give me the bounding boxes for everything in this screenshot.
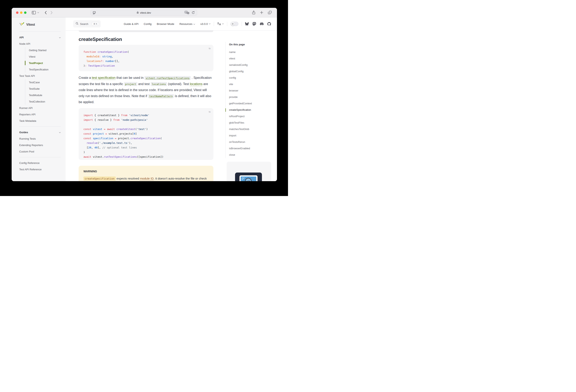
sidebar-item-getting-started[interactable]: Getting Started	[25, 47, 61, 53]
code-line: ): TestSpecification	[84, 63, 210, 68]
nav-links: Guide & APIConfigBrowser ModeResources	[124, 23, 195, 26]
inline-code: project	[124, 82, 137, 86]
sidebar-section-guides[interactable]: Guides	[19, 129, 61, 135]
example-code-block[interactable]: tsimport { createVitest } from 'vitest/n…	[79, 108, 213, 160]
bluesky-icon[interactable]	[245, 22, 249, 26]
sidebar-item-runner-api[interactable]: Runner API	[19, 105, 61, 111]
doc-link[interactable]: test specification	[92, 76, 115, 79]
sidebar-item-node-api[interactable]: Node API	[19, 40, 61, 47]
toc-item-provide[interactable]: provide	[229, 94, 269, 100]
toc-item-isrootproject[interactable]: isRootProject	[229, 113, 269, 120]
code-line: await vitest.runTestSpecifications([spec…	[84, 154, 210, 159]
toc-item-ontestsrerun[interactable]: onTestsRerun	[229, 139, 269, 145]
signature-code-block[interactable]: tsfunction createSpecification( moduleId…	[79, 45, 213, 71]
doc-link[interactable]: module ID	[140, 177, 154, 180]
share-icon[interactable]	[252, 10, 256, 15]
sidebar-item-testcollection[interactable]: TestCollection	[25, 98, 61, 105]
svg-text:</>: </>	[246, 180, 251, 181]
toc-title: On this page	[229, 42, 269, 47]
intro-paragraph: Create a test specification that can be …	[79, 75, 213, 105]
code-line: locations?: number[],	[84, 59, 210, 63]
toc-item-createspecification[interactable]: createSpecification	[229, 107, 269, 113]
toc-item-name[interactable]: name	[229, 49, 269, 55]
doc-link[interactable]: locations	[190, 82, 202, 86]
sidebar-divider	[19, 126, 61, 127]
version-menu[interactable]: v3.0.0	[200, 23, 211, 26]
on-this-page: On this page namevitestserializedConfigg…	[226, 42, 269, 158]
translate-page-icon[interactable]	[184, 11, 190, 14]
toc-item-matchestestglob[interactable]: matchesTestGlob	[229, 126, 269, 132]
sidebar-section-api[interactable]: API	[19, 34, 61, 40]
page-title: createSpecification	[79, 36, 213, 42]
nav-link-label: Resources	[179, 23, 193, 26]
zoom-window-button[interactable]	[24, 11, 27, 14]
back-button[interactable]	[45, 11, 47, 14]
sidebar-item-reporters-api[interactable]: Reporters API	[19, 111, 61, 118]
reload-icon[interactable]	[192, 11, 195, 14]
brand[interactable]: Vitest	[19, 20, 61, 29]
search-button[interactable]: Search ⌘ K	[73, 20, 101, 28]
sidebar-item-testsuite[interactable]: TestSuite	[25, 86, 61, 92]
address-bar[interactable]: vitest.dev	[90, 10, 197, 16]
dark-mode-toggle[interactable]	[230, 22, 238, 26]
sidebar-menu-chevron-icon[interactable]	[37, 12, 39, 13]
warning-callout: WARNING createSpecification expects reso…	[79, 166, 213, 181]
sidebar-item-task-metadata[interactable]: Task Metadata	[19, 118, 61, 124]
reader-format-icon[interactable]	[93, 11, 96, 14]
nav-link-label: Config	[144, 23, 152, 26]
sun-icon	[231, 22, 234, 26]
sidebar-item-test-task-api[interactable]: Test Task API	[19, 73, 61, 79]
toc-item-config[interactable]: config	[229, 75, 269, 81]
docs-navbar: Search ⌘ K Guide & APIConfigBrowser Mode…	[66, 17, 277, 30]
sidebar-item-testmodule[interactable]: TestModule	[25, 92, 61, 98]
toc-item-serializedconfig[interactable]: serializedConfig	[229, 62, 269, 68]
translations-menu[interactable]	[217, 22, 224, 26]
toc-item-globalconfig[interactable]: globalConfig	[229, 68, 269, 75]
doc-content: createSpecification tsfunction createSpe…	[66, 30, 277, 181]
version-label: v3.0.0	[200, 23, 208, 26]
sidebar-divider	[19, 31, 61, 32]
toc-item-getprovidedcontext[interactable]: getProvidedContext	[229, 100, 269, 107]
mastodon-icon[interactable]	[253, 22, 256, 26]
minimize-window-button[interactable]	[20, 11, 23, 14]
toc-item-browser[interactable]: browser	[229, 88, 269, 94]
code-line: function createSpecification(	[84, 50, 210, 54]
chevron-down-icon	[193, 23, 195, 26]
nav-link-guide-api[interactable]: Guide & API	[124, 23, 139, 26]
new-tab-icon[interactable]	[260, 11, 263, 14]
close-window-button[interactable]	[16, 11, 18, 14]
sponsor-card[interactable]: </>	[227, 162, 271, 181]
nav-link-resources[interactable]: Resources	[179, 23, 195, 26]
sidebar-item-running-tests[interactable]: Running Tests	[19, 135, 61, 142]
forward-button[interactable]	[51, 11, 53, 14]
toc-item-globtestfiles[interactable]: globTestFiles	[229, 120, 269, 126]
toc-item-isbrowserenabled[interactable]: isBrowserEnabled	[229, 145, 269, 152]
inline-code-link[interactable]: vitest.runTestSpecifications	[144, 76, 191, 80]
code-lang-label: ts	[209, 46, 211, 51]
sidebar-item-test-api-reference[interactable]: Test API Reference	[19, 166, 61, 173]
sidebar-item-extending-reporters[interactable]: Extending Reporters	[19, 142, 61, 148]
github-icon[interactable]	[267, 22, 271, 26]
sidebar-item-vitest[interactable]: Vitest	[25, 53, 61, 60]
toc-item-vite[interactable]: vite	[229, 81, 269, 88]
sidebar-item-testspecification[interactable]: TestSpecification	[25, 66, 61, 73]
search-icon	[76, 22, 78, 26]
code-line: )	[84, 150, 210, 154]
nav-link-config[interactable]: Config	[144, 23, 152, 26]
discord-icon[interactable]	[260, 22, 263, 26]
tabs-overview-icon[interactable]	[268, 11, 272, 14]
sidebar-item-testcase[interactable]: TestCase	[25, 79, 61, 86]
sidebar-item-config-reference[interactable]: Config Reference	[19, 160, 61, 166]
toc-item-close[interactable]: close	[229, 152, 269, 158]
sidebar-section-label: API	[19, 36, 24, 39]
nav-link-browser-mode[interactable]: Browser Mode	[157, 23, 174, 26]
nav-link-label: Browser Mode	[157, 23, 174, 26]
sidebar-item-custom-pool[interactable]: Custom Pool	[19, 148, 61, 155]
docs-sidebar: Vitest APINode APIGetting StartedVitestT…	[12, 17, 66, 181]
toc-item-vitest[interactable]: vitest	[229, 55, 269, 62]
sidebar-toggle-button[interactable]	[32, 11, 36, 14]
sidebar-item-testproject[interactable]: TestProject	[25, 60, 61, 66]
inline-code-link[interactable]: testNamePattern	[148, 94, 174, 98]
code-line: [20, 40], // optional test lines	[84, 145, 210, 150]
toc-item-import[interactable]: import	[229, 132, 269, 139]
